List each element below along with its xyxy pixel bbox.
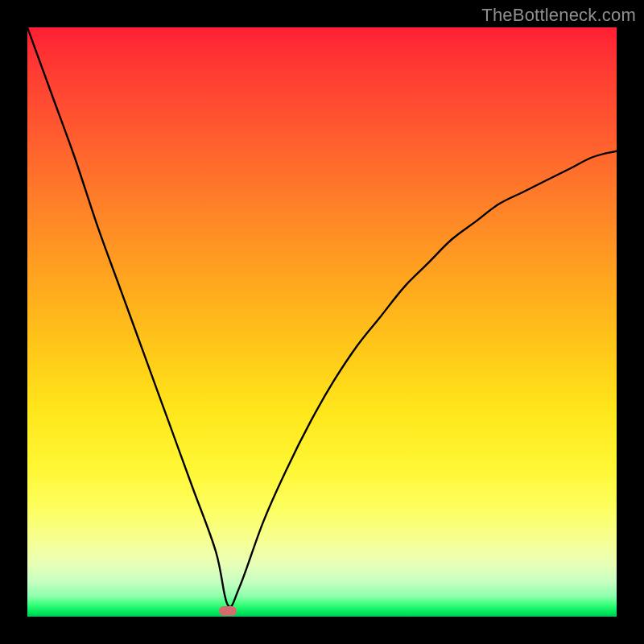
minimum-marker [219, 606, 237, 616]
watermark-text: TheBottleneck.com [481, 5, 636, 26]
bottleneck-curve [27, 27, 617, 617]
curve-path [27, 27, 617, 607]
plot-area [27, 27, 617, 617]
chart-frame: TheBottleneck.com [0, 0, 644, 644]
